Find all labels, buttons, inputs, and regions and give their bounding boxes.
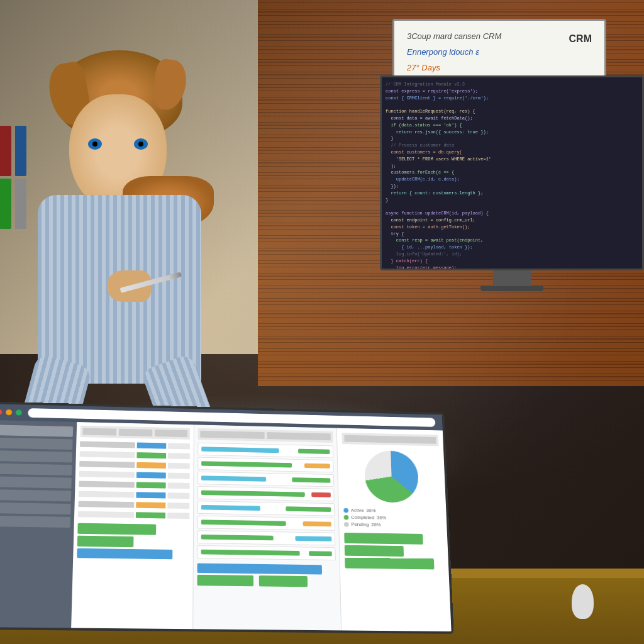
code-line: updateCRM(c.id, c.data);	[386, 177, 638, 183]
monitor-code: // CRM Integration Module v2.3 const exp…	[380, 75, 644, 296]
code-line: try {	[386, 231, 638, 238]
legend-item-pending: Pending 28%	[344, 521, 442, 528]
list-item[interactable]	[197, 501, 335, 516]
dashboard-sidebar	[0, 420, 77, 628]
cell	[80, 451, 135, 458]
cell	[167, 513, 189, 519]
sidebar-item-6[interactable]	[0, 489, 71, 501]
sidebar-item-orders[interactable]	[0, 450, 72, 462]
sidebar-item-7[interactable]	[0, 502, 71, 514]
computer-mouse[interactable]	[572, 584, 594, 619]
code-line: customers.forEach(c => {	[386, 170, 638, 176]
chart-title-bar	[344, 435, 436, 444]
monitor-dashboard: Active 36% Completed 36% Pending	[0, 401, 455, 644]
code-line: } catch(err) {	[386, 258, 638, 265]
monitor-base	[480, 286, 543, 291]
entry-bar	[296, 536, 332, 541]
code-line: const endpoint = config.crm_url;	[386, 218, 638, 224]
list-item[interactable]	[197, 530, 335, 545]
cell	[79, 461, 135, 468]
legend-label: Completed	[351, 514, 374, 520]
list-item[interactable]	[198, 443, 333, 458]
col-header-activity	[201, 431, 265, 439]
code-line: }	[386, 197, 638, 204]
window-maximize-dot[interactable]	[16, 409, 22, 415]
green-status-bar	[77, 536, 134, 548]
cell	[168, 502, 190, 509]
window-close-dot[interactable]	[0, 409, 2, 415]
list-item[interactable]	[197, 516, 335, 531]
list-item[interactable]	[198, 457, 334, 473]
code-line: { id, ...payload, token });	[386, 245, 638, 251]
green-action-btn[interactable]	[197, 575, 253, 586]
main-progress-bar	[197, 564, 322, 575]
legend-dot-completed	[344, 514, 349, 519]
entry-bar	[202, 447, 279, 453]
table-header	[80, 426, 190, 440]
dashboard-content: Active 36% Completed 36% Pending	[0, 420, 452, 631]
entry-bar	[202, 461, 292, 467]
wb-line: 27° Days	[407, 62, 596, 75]
cell	[137, 452, 167, 458]
entry-bar	[298, 449, 330, 454]
cell	[168, 453, 190, 459]
entry-bar	[201, 519, 286, 526]
bottom-status	[197, 564, 336, 592]
person-eye-right	[134, 138, 148, 150]
chart-header	[341, 433, 438, 446]
legend-label: Pending	[351, 521, 369, 527]
code-line: // Process customer data	[386, 143, 638, 149]
green-status-bar	[77, 523, 156, 535]
cell	[136, 482, 166, 488]
cell	[78, 501, 134, 508]
chart-legend: Active 36% Completed 36% Pending	[343, 508, 442, 528]
monitor-stand	[493, 270, 531, 286]
metric-bar	[344, 533, 423, 545]
code-line: log.info('Updated:', id);	[386, 252, 638, 258]
cell	[136, 502, 165, 508]
sidebar-item-8[interactable]	[0, 516, 70, 528]
entry-bar	[286, 506, 331, 512]
cell	[137, 442, 167, 448]
cell	[136, 492, 166, 498]
table-row	[79, 460, 190, 470]
legend-percent: 36%	[377, 515, 386, 521]
sidebar-item-dashboard[interactable]	[0, 425, 73, 436]
code-line: }	[386, 136, 638, 142]
code-editor-screen: // CRM Integration Module v2.3 const exp…	[380, 75, 644, 270]
table-row	[80, 440, 190, 451]
legend-dot-pending	[344, 522, 349, 527]
sidebar-item-reports[interactable]	[0, 464, 72, 475]
wb-line: 3Coup mard cansen CRM	[407, 30, 596, 43]
table-row	[80, 450, 191, 460]
cell	[79, 471, 135, 478]
cell	[80, 441, 135, 448]
pie-chart	[364, 450, 419, 503]
entry-bar	[201, 475, 266, 481]
table-row	[78, 510, 190, 520]
code-line: const token = auth.getToken();	[386, 225, 638, 231]
legend-label: Active	[351, 508, 364, 513]
list-item[interactable]	[198, 486, 335, 501]
sidebar-item-customers[interactable]	[0, 438, 73, 450]
code-line: // CRM Integration Module v2.3	[386, 82, 638, 88]
entry-bar	[309, 551, 332, 556]
window-minimize-dot[interactable]	[6, 409, 12, 415]
metric-bar	[345, 557, 434, 569]
person-eye-left	[88, 138, 102, 150]
code-line: log.error(err.message);	[386, 265, 638, 270]
cell	[79, 491, 135, 498]
green-action-btn[interactable]	[259, 575, 308, 587]
legend-dot-active	[343, 508, 348, 513]
code-line: return { count: customers.length };	[386, 191, 638, 197]
code-line: );	[386, 164, 638, 170]
entry-bar	[304, 464, 330, 469]
list-item[interactable]	[197, 545, 336, 560]
code-line: const express = require('express');	[386, 89, 638, 95]
sidebar-item-settings[interactable]	[0, 476, 72, 488]
metric-bars	[344, 533, 444, 570]
list-item[interactable]	[198, 472, 335, 487]
entry-bar	[201, 550, 299, 556]
scene: 3Coup mard cansen CRM Ennerpong ldouch ε…	[0, 0, 644, 644]
cell	[168, 482, 190, 489]
